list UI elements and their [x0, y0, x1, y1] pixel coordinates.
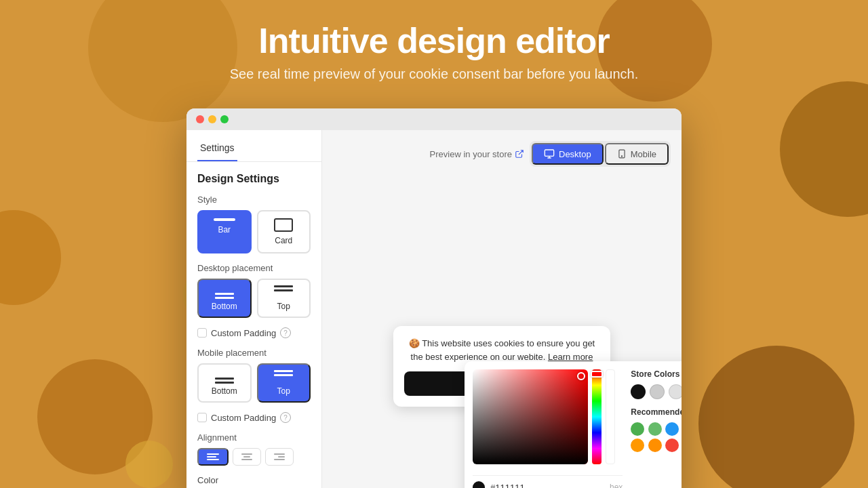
bar-style-button[interactable]: Bar: [197, 210, 252, 253]
store-swatch-black[interactable]: [631, 384, 646, 399]
hero-title: Intuitive design editor: [230, 20, 639, 61]
align-right-button[interactable]: [265, 448, 294, 466]
device-toggle: Desktop Mobile: [530, 141, 671, 167]
bottom-label: Bottom: [212, 302, 237, 311]
hex-label: hex: [610, 483, 623, 488]
recommended-colors-title: Recommended Colors: [631, 407, 682, 417]
mobile-placement-label: Mobile placement: [197, 348, 311, 358]
align-left-button[interactable]: [197, 448, 229, 466]
cookie-emoji: 🍪: [409, 338, 420, 348]
mobile-custom-padding-checkbox[interactable]: [197, 413, 207, 422]
top-label: Top: [277, 302, 290, 311]
desktop-custom-padding-label: Custom Padding: [211, 328, 276, 338]
store-colors-title: Store Colors: [631, 369, 682, 379]
external-link-icon: [515, 149, 524, 159]
maximize-dot: [220, 115, 229, 123]
bottom-placement-icon: [215, 285, 234, 299]
store-swatch-gray[interactable]: [650, 384, 665, 399]
rec-swatch-green2[interactable]: [648, 422, 662, 436]
preview-store-link[interactable]: Preview in your store: [430, 149, 524, 159]
align-center-icon: [241, 453, 252, 460]
store-colors-panel: Store Colors Recommended Colors: [631, 369, 682, 488]
sidebar-tabs: Settings: [186, 130, 321, 162]
sidebar-content: Design Settings Style Bar Card: [186, 162, 321, 488]
mobile-bottom-label: Bottom: [212, 386, 237, 396]
learn-more-link[interactable]: Learn more: [548, 352, 593, 362]
alpha-slider[interactable]: [606, 369, 615, 464]
mobile-device-button[interactable]: Mobile: [605, 143, 669, 165]
desktop-icon: [544, 148, 555, 159]
gradient-handle[interactable]: [577, 372, 585, 380]
desktop-device-button[interactable]: Desktop: [532, 143, 604, 165]
picker-sliders: [473, 369, 623, 464]
mobile-placement-group: Bottom Top: [197, 363, 311, 403]
minimize-dot: [208, 115, 216, 123]
card-style-button[interactable]: Card: [257, 210, 311, 253]
settings-tab[interactable]: Settings: [197, 136, 237, 161]
mobile-top-icon: [274, 370, 293, 384]
hex-input-row: #111111 hex: [473, 475, 623, 488]
desktop-placement-label: Desktop placement: [197, 263, 311, 273]
color-label: Color: [197, 475, 311, 485]
desktop-custom-padding-row: Custom Padding ?: [197, 327, 311, 338]
mobile-icon: [617, 148, 627, 159]
page-wrapper: Intuitive design editor See real time pr…: [0, 0, 868, 488]
hero-subtitle: See real time preview of your cookie con…: [230, 66, 639, 82]
svg-point-2: [621, 156, 622, 157]
mobile-custom-padding-row: Custom Padding ?: [197, 412, 311, 423]
bar-label: Bar: [218, 225, 231, 235]
bar-icon: [214, 218, 235, 221]
hue-handle[interactable]: [591, 371, 603, 378]
alignment-buttons-group: [197, 448, 311, 466]
browser-body: Settings Design Settings Style Bar: [186, 130, 682, 488]
browser-window: Settings Design Settings Style Bar: [186, 108, 682, 488]
desktop-top-button[interactable]: Top: [257, 279, 311, 318]
store-swatch-light[interactable]: [669, 384, 682, 399]
rec-swatch-blue1[interactable]: [665, 422, 679, 436]
mobile-bottom-button[interactable]: Bottom: [197, 363, 252, 403]
card-icon: [274, 218, 293, 232]
store-color-swatches: [631, 384, 682, 399]
color-picker-popup: #111111 hex Store Colors Recomm: [465, 361, 682, 488]
rec-swatch-orange2[interactable]: [648, 439, 662, 452]
mobile-custom-padding-info-icon[interactable]: ?: [280, 412, 291, 423]
hex-input-field[interactable]: #111111: [490, 483, 604, 489]
align-center-button[interactable]: [233, 448, 261, 466]
preview-header: Preview in your store Desktop: [333, 141, 671, 167]
align-left-icon: [207, 453, 219, 460]
hero-section: Intuitive design editor See real time pr…: [230, 0, 639, 82]
svg-rect-0: [545, 150, 553, 156]
color-preview-swatch: [473, 481, 485, 488]
recommended-swatches-grid: [631, 422, 682, 452]
gradient-section: #111111 hex: [473, 369, 623, 488]
card-label: Card: [275, 236, 292, 245]
rec-swatch-red[interactable]: [665, 439, 679, 452]
main-content: Preview in your store Desktop: [322, 130, 682, 488]
sidebar: Settings Design Settings Style Bar: [186, 130, 322, 488]
cookie-text: 🍪 This website uses cookies to ensure yo…: [404, 337, 599, 363]
desktop-bottom-button[interactable]: Bottom: [197, 279, 252, 318]
top-placement-icon: [274, 285, 293, 299]
style-buttons-group: Bar Card: [197, 210, 311, 253]
mobile-top-button[interactable]: Top: [257, 363, 311, 403]
design-settings-title: Design Settings: [197, 173, 311, 185]
browser-titlebar: [186, 108, 682, 130]
hue-slider[interactable]: [592, 369, 601, 464]
color-gradient-area[interactable]: [473, 369, 588, 464]
mobile-top-label: Top: [277, 386, 290, 396]
style-label: Style: [197, 195, 311, 205]
rec-swatch-orange1[interactable]: [631, 439, 644, 452]
desktop-custom-padding-info-icon[interactable]: ?: [280, 327, 291, 338]
rec-swatch-green1[interactable]: [631, 422, 644, 436]
mobile-custom-padding-label: Custom Padding: [211, 413, 276, 423]
desktop-placement-group: Bottom Top: [197, 279, 311, 318]
mobile-bottom-icon: [215, 370, 234, 384]
gradient-bg: [473, 369, 588, 464]
align-right-icon: [274, 453, 285, 460]
close-dot: [196, 115, 204, 123]
desktop-custom-padding-checkbox[interactable]: [197, 328, 207, 338]
alignment-label: Alignment: [197, 432, 311, 443]
